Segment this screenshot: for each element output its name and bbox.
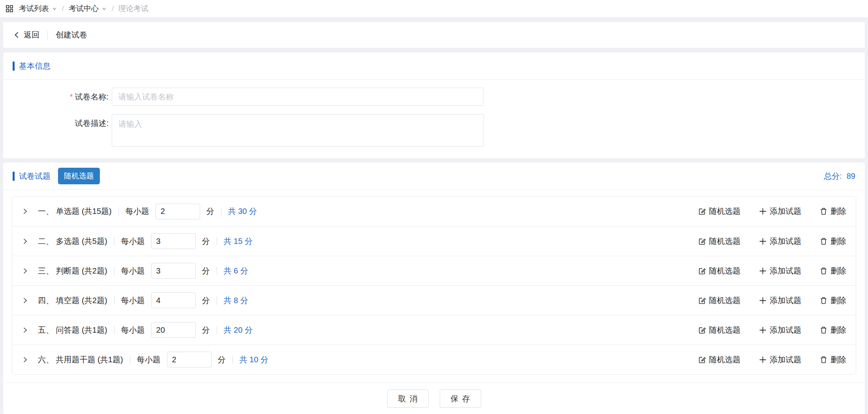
score-unit-label: 分 [218,354,226,365]
expand-chevron-right-icon[interactable] [22,356,28,363]
score-unit-label: 分 [202,325,210,335]
chevron-down-icon [52,6,57,11]
back-button[interactable]: 返回 [13,30,39,40]
row-add-question-button[interactable]: 添加试题 [759,266,801,276]
expand-chevron-right-icon[interactable] [22,238,28,245]
row-delete-button[interactable]: 删除 [819,236,846,247]
row-random-select-button[interactable]: 随机选题 [698,266,741,276]
per-question-label: 每小题 [121,236,145,247]
question-row: 五、 问答题 (共1题) 每小题 分 共 20 分 随机选题 添加试题 [12,315,856,345]
divider [118,207,119,215]
row-add-question-button[interactable]: 添加试题 [759,206,801,217]
row-add-question-button[interactable]: 添加试题 [759,354,801,365]
question-type-label: 三、 判断题 (共2题) [38,266,107,276]
total-score-value: 89 [847,172,855,181]
per-question-score-input[interactable] [156,204,200,219]
question-total-score: 共 20 分 [224,325,253,335]
row-delete-button[interactable]: 删除 [819,354,846,365]
plus-icon [759,207,770,215]
total-score-label: 总分: [824,171,842,182]
divider [114,237,114,245]
paper-questions-header: 试卷试题 随机选题 总分: 89 [3,163,865,190]
question-row: 二、 多选题 (共5题) 每小题 分 共 15 分 随机选题 添加试题 [12,226,856,256]
trash-icon [819,267,831,275]
edit-square-icon [698,356,709,364]
question-row: 六、 共用题干题 (共1题) 每小题 分 共 10 分 随机选题 添加试题 [12,345,856,374]
row-random-select-button[interactable]: 随机选题 [698,295,741,306]
divider [114,326,114,334]
question-type-label: 四、 填空题 (共2题) [38,295,107,306]
paper-name-input[interactable] [112,88,484,106]
required-asterisk: * [70,92,73,101]
expand-chevron-right-icon[interactable] [22,327,28,333]
plus-icon [759,237,770,245]
trash-icon [819,296,831,305]
apps-grid-icon[interactable] [6,5,13,13]
row-delete-button[interactable]: 删除 [819,266,846,276]
trash-icon [819,207,831,215]
per-question-label: 每小题 [121,325,145,335]
save-button[interactable]: 保存 [440,390,481,408]
trash-icon [819,326,831,334]
per-question-score-input[interactable] [151,322,196,338]
per-question-score-input[interactable] [151,292,196,308]
row-add-question-button[interactable]: 添加试题 [759,325,801,335]
breadcrumb-separator: / [112,5,114,13]
question-row: 四、 填空题 (共2题) 每小题 分 共 8 分 随机选题 添加试题 [12,285,856,315]
basic-info-title: 基本信息 [19,61,51,71]
row-delete-button[interactable]: 删除 [819,206,846,217]
paper-questions-panel: 试卷试题 随机选题 总分: 89 一、 单选题 (共15题) 每小题 分 共 3… [3,163,865,414]
row-random-select-button[interactable]: 随机选题 [698,325,741,335]
paper-description-row: 试卷描述: [3,114,865,148]
cancel-button[interactable]: 取消 [387,390,429,408]
question-row: 一、 单选题 (共15题) 每小题 分 共 30 分 随机选题 添加试题 [12,197,856,226]
per-question-score-input[interactable] [167,352,212,367]
trash-icon [819,237,831,245]
total-score: 总分: 89 [824,171,855,182]
score-unit-label: 分 [202,295,210,306]
basic-info-panel: 基本信息 *试卷名称: 试卷描述: [3,52,865,158]
breadcrumb-item-exam-center[interactable]: 考试中心 [69,4,107,14]
row-add-question-button[interactable]: 添加试题 [759,295,801,306]
expand-chevron-right-icon[interactable] [22,297,28,304]
paper-name-row: *试卷名称: [3,88,865,106]
edit-square-icon [698,207,709,215]
question-total-score: 共 6 分 [224,266,248,276]
breadcrumb: 考试列表 / 考试中心 / 理论考试 [19,4,148,14]
row-delete-button[interactable]: 删除 [819,295,846,306]
plus-icon [759,356,770,364]
per-question-score-input[interactable] [151,233,196,249]
per-question-label: 每小题 [137,354,161,365]
divider [217,267,217,275]
breadcrumb-item-current: 理论考试 [118,4,148,14]
random-select-button[interactable]: 随机选题 [58,168,100,184]
row-random-select-button[interactable]: 随机选题 [698,236,741,247]
row-random-select-button[interactable]: 随机选题 [698,354,741,365]
back-label: 返回 [24,30,39,40]
divider [217,237,217,245]
row-random-select-button[interactable]: 随机选题 [698,206,741,217]
divider [221,207,221,215]
divider [130,356,130,364]
plus-icon [759,267,770,275]
section-accent-bar [13,62,15,71]
per-question-score-input[interactable] [151,263,196,279]
page-header: 返回 创建试卷 [3,22,865,48]
breadcrumb-item-exam-list[interactable]: 考试列表 [19,4,57,14]
score-unit-label: 分 [206,206,214,217]
per-question-label: 每小题 [121,295,145,306]
paper-description-label: 试卷描述: [3,114,109,132]
divider [217,296,217,305]
row-delete-button[interactable]: 删除 [819,325,846,335]
divider [232,356,233,364]
expand-chevron-right-icon[interactable] [22,208,28,215]
row-add-question-button[interactable]: 添加试题 [759,236,801,247]
paper-name-label: *试卷名称: [3,88,109,106]
trash-icon [819,356,831,364]
question-total-score: 共 8 分 [224,295,248,306]
expand-chevron-right-icon[interactable] [22,268,28,274]
score-unit-label: 分 [202,236,210,247]
question-type-label: 二、 多选题 (共5题) [38,236,107,247]
edit-square-icon [698,326,709,334]
paper-description-textarea[interactable] [112,114,484,147]
